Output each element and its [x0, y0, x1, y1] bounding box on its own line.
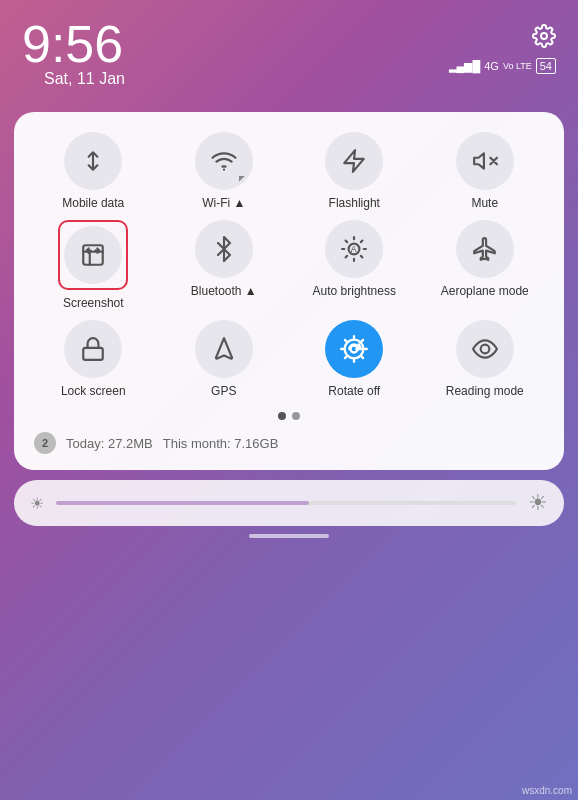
qs-item-aeroplane[interactable]: Aeroplane mode	[422, 220, 549, 310]
qs-item-bluetooth[interactable]: Bluetooth ▲	[161, 220, 288, 310]
data-usage-row: 2 Today: 27.2MB This month: 7.16GB	[30, 432, 548, 454]
status-icons: ▂▄▆█ 4G Vo LTE 54	[449, 58, 556, 74]
svg-marker-3	[345, 150, 365, 172]
bluetooth-icon-circle	[195, 220, 253, 278]
data-badge: 2	[34, 432, 56, 454]
gps-icon-circle	[195, 320, 253, 378]
brightness-high-icon: ☀	[528, 490, 548, 516]
mobile-data-icon-circle	[64, 132, 122, 190]
gps-icon	[211, 336, 237, 362]
date: Sat, 11 Jan	[22, 70, 125, 98]
mute-icon	[472, 148, 498, 174]
svg-rect-18	[84, 348, 104, 360]
gps-label: GPS	[211, 384, 236, 398]
brightness-control[interactable]: ☀ ☀	[14, 480, 564, 526]
qs-item-screenshot[interactable]: Screenshot	[30, 220, 157, 310]
data-month: This month: 7.16GB	[163, 436, 279, 451]
wifi-icon	[211, 148, 237, 174]
svg-point-21	[480, 345, 489, 354]
qs-item-gps[interactable]: GPS	[161, 320, 288, 398]
screenshot-label: Screenshot	[63, 296, 124, 310]
quick-settings-panel: Mobile data Wi-Fi ▲ Flashlig	[14, 112, 564, 470]
brightness-slider[interactable]	[56, 501, 516, 505]
reading-mode-icon	[472, 336, 498, 362]
mute-icon-circle	[456, 132, 514, 190]
auto-brightness-icon: A	[341, 236, 367, 262]
lock-screen-label: Lock screen	[61, 384, 126, 398]
flashlight-label: Flashlight	[329, 196, 380, 210]
dot-2	[292, 412, 300, 420]
flashlight-icon	[341, 148, 367, 174]
svg-line-12	[361, 256, 363, 258]
screenshot-selected-border	[58, 220, 128, 290]
lock-screen-icon-circle	[64, 320, 122, 378]
dot-1	[278, 412, 286, 420]
brightness-fill	[56, 501, 309, 505]
watermark: wsxdn.com	[522, 785, 572, 796]
auto-brightness-icon-circle: A	[325, 220, 383, 278]
network-type: 4G	[484, 60, 499, 72]
wifi-signal-indicator	[239, 176, 245, 182]
reading-mode-icon-circle	[456, 320, 514, 378]
qs-item-wifi[interactable]: Wi-Fi ▲	[161, 132, 288, 210]
wifi-label: Wi-Fi ▲	[202, 196, 245, 210]
aeroplane-icon-circle	[456, 220, 514, 278]
svg-line-16	[361, 241, 363, 243]
mobile-data-label: Mobile data	[62, 196, 124, 210]
qs-item-reading-mode[interactable]: Reading mode	[422, 320, 549, 398]
svg-text:A: A	[351, 244, 357, 254]
wifi-icon-circle	[195, 132, 253, 190]
mute-label: Mute	[471, 196, 498, 210]
bluetooth-icon	[211, 236, 237, 262]
qs-item-lock-screen[interactable]: Lock screen	[30, 320, 157, 398]
svg-line-15	[346, 256, 348, 258]
qs-item-mobile-data[interactable]: Mobile data	[30, 132, 157, 210]
quick-settings-grid: Mobile data Wi-Fi ▲ Flashlig	[30, 132, 548, 398]
aeroplane-icon	[472, 236, 498, 262]
qs-item-mute[interactable]: Mute	[422, 132, 549, 210]
settings-icon[interactable]	[532, 24, 556, 54]
qs-item-auto-brightness[interactable]: A Auto brightness	[291, 220, 418, 310]
rotate-icon-circle	[325, 320, 383, 378]
svg-rect-5	[84, 245, 104, 265]
screenshot-icon	[80, 242, 106, 268]
status-bar: 9:56 Sat, 11 Jan ▂▄▆█ 4G Vo LTE 54	[0, 0, 578, 106]
flashlight-icon-circle	[325, 132, 383, 190]
aeroplane-label: Aeroplane mode	[441, 284, 529, 298]
vo-lte: Vo LTE	[503, 61, 532, 71]
data-today: Today: 27.2MB	[66, 436, 153, 451]
clock: 9:56	[22, 18, 125, 70]
svg-line-11	[346, 241, 348, 243]
rotate-off-label: Rotate off	[328, 384, 380, 398]
bluetooth-label: Bluetooth ▲	[191, 284, 257, 298]
qs-item-flashlight[interactable]: Flashlight	[291, 132, 418, 210]
lock-screen-icon	[80, 336, 106, 362]
auto-brightness-label: Auto brightness	[313, 284, 396, 298]
page-dots	[30, 412, 548, 420]
mobile-data-icon	[80, 148, 106, 174]
brightness-low-icon: ☀	[30, 494, 44, 513]
svg-point-0	[541, 33, 547, 39]
signal-icon: ▂▄▆█	[449, 60, 481, 73]
battery-icon: 54	[536, 58, 556, 74]
reading-mode-label: Reading mode	[446, 384, 524, 398]
bottom-handle	[0, 526, 578, 546]
rotate-icon	[340, 335, 368, 363]
qs-item-rotate-off[interactable]: Rotate off	[291, 320, 418, 398]
handle-bar	[249, 534, 329, 538]
screenshot-icon-circle	[64, 226, 122, 284]
status-right: ▂▄▆█ 4G Vo LTE 54	[449, 18, 556, 74]
